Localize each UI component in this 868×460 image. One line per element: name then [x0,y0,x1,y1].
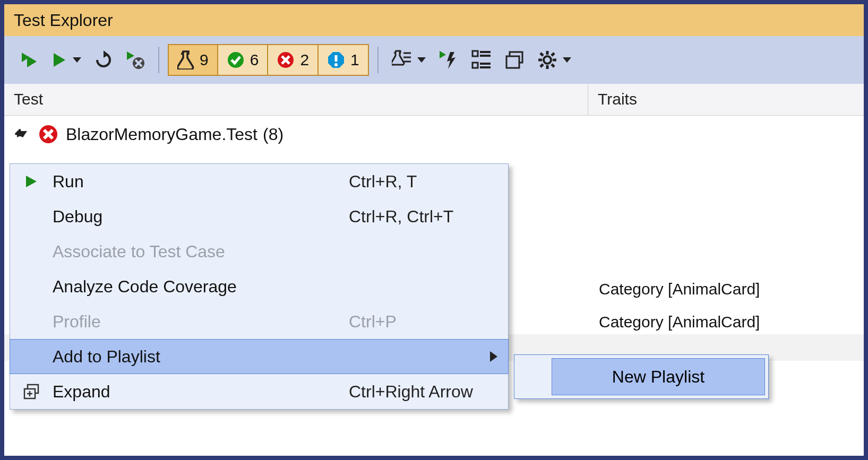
svg-point-28 [544,56,551,64]
submenu-arrow-icon [490,351,497,362]
menu-label: Associate to Test Case [53,242,349,262]
toolbar-separator [158,47,159,73]
svg-rect-27 [506,56,519,68]
menu-shortcut: Ctrl+Right Arrow [349,382,508,402]
svg-rect-21 [472,63,478,68]
dropdown-caret-icon [417,57,426,63]
menu-label: Profile [53,312,349,332]
svg-marker-2 [54,53,65,67]
test-group-row[interactable]: BlazorMemoryGame.Test (8) [4,116,864,153]
toolbar-separator [377,47,379,73]
svg-marker-39 [19,131,27,137]
svg-line-34 [552,64,554,67]
test-explorer-window: Test Explorer [0,0,868,460]
menu-item-associate: Associate to Test Case [10,234,508,269]
menu-shortcut: Ctrl+R, T [349,172,508,192]
svg-line-36 [540,64,543,67]
svg-rect-20 [472,51,478,56]
column-header-traits[interactable]: Traits [588,84,864,115]
dropdown-caret-icon [563,57,571,63]
trait-value: Category [AnimalCard] [599,306,760,339]
tests-failed-count: 2 [300,51,309,69]
menu-label: Analyze Code Coverage [53,277,349,297]
settings-button[interactable] [532,47,576,73]
run-failed-button[interactable] [121,48,150,72]
tests-failed-pill[interactable]: 2 [268,44,319,76]
test-group-name: BlazorMemoryGame.Test [66,125,257,144]
group-by-button[interactable] [467,47,496,73]
chevron-down-filled-icon [17,128,29,140]
menu-label: Add to Playlist [53,347,349,367]
build-run-button[interactable] [434,47,463,73]
column-header-test[interactable]: Test [4,84,588,115]
windows-button[interactable] [500,47,529,73]
submenu-item-new-playlist[interactable]: New Playlist [552,358,765,395]
repeat-last-run-button[interactable] [89,48,118,72]
tests-total-pill[interactable]: 9 [168,44,218,76]
svg-line-33 [540,53,543,56]
svg-marker-18 [440,51,446,58]
hierarchy-icon [471,50,492,70]
tests-passed-count: 6 [250,51,259,69]
menu-item-profile: Profile Ctrl+P [10,304,508,339]
menu-item-add-to-playlist[interactable]: Add to Playlist [10,339,509,374]
menu-item-expand[interactable]: Expand Ctrl+Right Arrow [10,374,508,409]
x-circle-icon [38,124,58,144]
gear-icon [537,50,557,70]
info-octagon-icon [327,51,345,69]
flask-icon [177,50,194,70]
svg-marker-19 [447,52,456,69]
context-menu: Run Ctrl+R, T Debug Ctrl+R, Ctrl+T Assoc… [10,163,509,410]
column-headers: Test Traits [4,84,864,116]
test-summary-pills: 9 6 2 [168,44,369,76]
play-cancel-icon [126,50,145,70]
panel-title-bar: Test Explorer [4,4,864,36]
play-icon [24,175,38,188]
submenu-add-to-playlist: New Playlist [514,354,769,399]
menu-item-debug[interactable]: Debug Ctrl+R, Ctrl+T [10,199,508,234]
play-bolt-icon [439,50,459,70]
check-circle-icon [227,51,245,69]
menu-label: Run [53,172,349,192]
run-all-button[interactable] [15,48,44,72]
play-all-icon [20,50,39,70]
svg-marker-4 [127,51,134,60]
toolbar: 9 6 2 [4,36,864,84]
tests-total-count: 9 [200,51,209,69]
tests-passed-pill[interactable]: 6 [218,44,269,76]
traits-values: Category [AnimalCard] Category [AnimalCa… [599,222,760,339]
svg-point-14 [334,63,338,66]
menu-shortcut: Ctrl+R, Ctrl+T [349,207,508,227]
trait-value: Category [AnimalCard] [599,273,760,306]
menu-shortcut: Ctrl+P [349,312,508,332]
menu-item-run[interactable]: Run Ctrl+R, T [10,164,508,199]
expand-all-icon [23,384,39,400]
panel-title: Test Explorer [14,11,113,30]
repeat-icon [94,50,113,70]
svg-marker-1 [27,56,37,67]
run-button[interactable] [47,49,86,71]
dropdown-caret-icon [73,57,81,63]
submenu-label: New Playlist [612,367,704,387]
test-group-count: (8) [263,125,283,144]
play-icon [51,52,67,68]
tests-info-pill[interactable]: 1 [319,44,369,76]
x-circle-icon [277,51,295,69]
playlist-button[interactable] [387,47,431,73]
flask-list-icon [392,50,412,70]
menu-label: Debug [53,207,349,227]
svg-line-35 [552,53,554,56]
windows-stack-icon [504,50,525,70]
menu-label: Expand [53,382,349,402]
svg-marker-43 [26,176,37,187]
menu-item-analyze-coverage[interactable]: Analyze Code Coverage [10,269,508,304]
tests-info-count: 1 [350,51,359,69]
